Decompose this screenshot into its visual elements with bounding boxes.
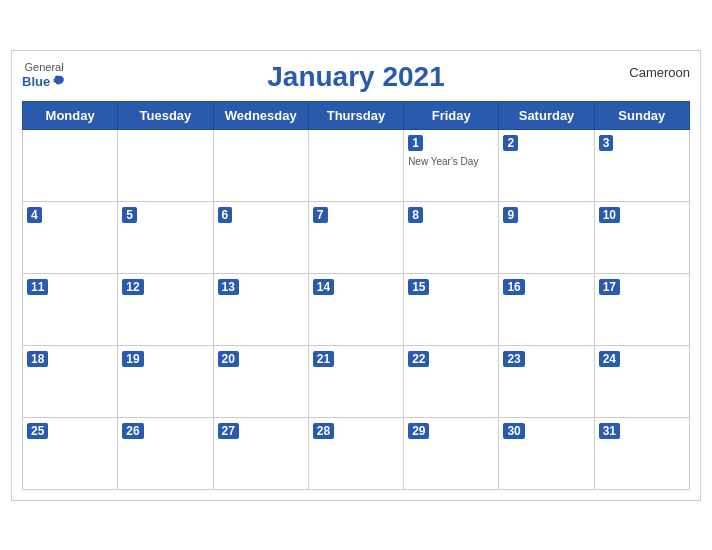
week-row: 45678910 [23,201,690,273]
day-number: 25 [27,423,48,439]
day-number: 31 [599,423,620,439]
col-thursday: Thursday [308,101,403,129]
table-row: 28 [308,417,403,489]
day-number: 15 [408,279,429,295]
table-row: 20 [213,345,308,417]
table-row: 14 [308,273,403,345]
table-row: 15 [404,273,499,345]
col-monday: Monday [23,101,118,129]
day-number: 17 [599,279,620,295]
logo: General Blue [22,61,66,90]
day-number: 27 [218,423,239,439]
table-row: 5 [118,201,213,273]
table-row: 16 [499,273,594,345]
holiday-label: New Year's Day [408,155,494,168]
day-number: 16 [503,279,524,295]
country-label: Cameroon [629,65,690,80]
day-number: 13 [218,279,239,295]
table-row: 18 [23,345,118,417]
table-row: 2 [499,129,594,201]
table-row: 25 [23,417,118,489]
table-row: 19 [118,345,213,417]
table-row: 27 [213,417,308,489]
col-wednesday: Wednesday [213,101,308,129]
day-number: 19 [122,351,143,367]
table-row: 4 [23,201,118,273]
day-number: 28 [313,423,334,439]
day-number: 6 [218,207,233,223]
table-row: 12 [118,273,213,345]
day-number: 10 [599,207,620,223]
logo-bird-icon [52,74,66,88]
day-number: 14 [313,279,334,295]
day-number: 18 [27,351,48,367]
table-row: 30 [499,417,594,489]
table-row [23,129,118,201]
day-number: 22 [408,351,429,367]
day-number: 21 [313,351,334,367]
table-row: 13 [213,273,308,345]
table-row [118,129,213,201]
calendar-table: Monday Tuesday Wednesday Thursday Friday… [22,101,690,490]
col-tuesday: Tuesday [118,101,213,129]
calendar-header: General Blue January 2021 Cameroon [22,61,690,93]
day-number: 9 [503,207,518,223]
table-row: 29 [404,417,499,489]
week-row: 11121314151617 [23,273,690,345]
calendar-container: General Blue January 2021 Cameroon Monda… [11,50,701,501]
col-friday: Friday [404,101,499,129]
table-row: 1New Year's Day [404,129,499,201]
table-row: 31 [594,417,689,489]
col-saturday: Saturday [499,101,594,129]
col-sunday: Sunday [594,101,689,129]
table-row: 11 [23,273,118,345]
calendar-title: January 2021 [22,61,690,93]
week-row: 18192021222324 [23,345,690,417]
day-number: 30 [503,423,524,439]
logo-general-text: General [25,61,64,74]
table-row: 17 [594,273,689,345]
day-number: 3 [599,135,614,151]
day-number: 1 [408,135,423,151]
day-number: 23 [503,351,524,367]
day-number: 8 [408,207,423,223]
day-number: 26 [122,423,143,439]
day-number: 12 [122,279,143,295]
table-row [213,129,308,201]
table-row: 9 [499,201,594,273]
day-number: 20 [218,351,239,367]
table-row: 24 [594,345,689,417]
table-row: 23 [499,345,594,417]
table-row: 8 [404,201,499,273]
day-number: 2 [503,135,518,151]
table-row: 3 [594,129,689,201]
table-row: 22 [404,345,499,417]
table-row: 7 [308,201,403,273]
day-number: 7 [313,207,328,223]
day-number: 11 [27,279,48,295]
week-row: 1New Year's Day23 [23,129,690,201]
day-number: 5 [122,207,137,223]
table-row: 6 [213,201,308,273]
table-row: 10 [594,201,689,273]
table-row: 26 [118,417,213,489]
day-number: 4 [27,207,42,223]
week-row: 25262728293031 [23,417,690,489]
days-header-row: Monday Tuesday Wednesday Thursday Friday… [23,101,690,129]
table-row [308,129,403,201]
day-number: 24 [599,351,620,367]
table-row: 21 [308,345,403,417]
day-number: 29 [408,423,429,439]
logo-blue-text: Blue [22,74,66,90]
